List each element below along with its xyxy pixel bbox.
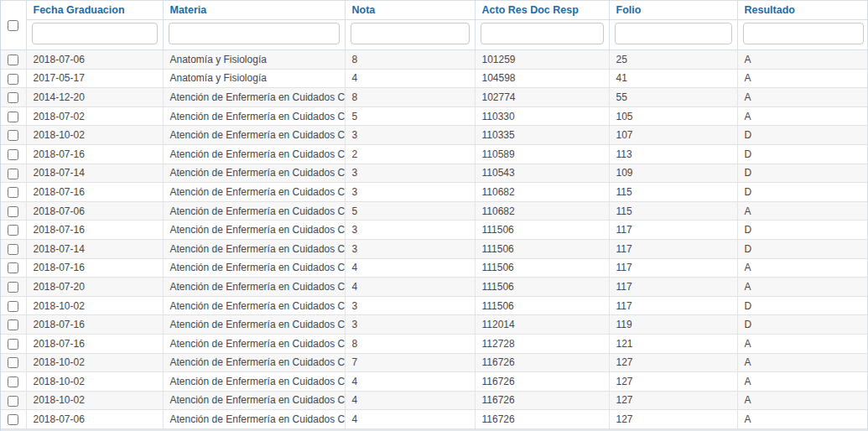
row-checkbox[interactable] [8, 357, 18, 368]
cell-fecha: 2018-10-02 [26, 391, 163, 410]
cell-folio: 127 [609, 372, 737, 392]
row-checkbox[interactable] [8, 282, 18, 293]
cell-materia: Atención de Enfermería en Cuidados Críti… [163, 239, 345, 258]
row-checkbox-cell [1, 410, 26, 429]
row-checkbox[interactable] [8, 206, 18, 217]
row-checkbox[interactable] [8, 92, 18, 103]
filter-cell-acto [475, 20, 609, 50]
cell-folio: 127 [609, 410, 737, 429]
cell-acto: 110543 [475, 164, 609, 183]
cell-resultado: A [737, 278, 868, 297]
cell-materia: Atención de Enfermería en Cuidados Críti… [163, 353, 345, 372]
row-checkbox-cell [1, 106, 26, 126]
cell-folio: 117 [609, 296, 737, 315]
cell-folio: 119 [609, 315, 737, 335]
cell-materia: Atención de Enfermería en Cuidados Críti… [163, 296, 345, 315]
cell-folio: 113 [609, 144, 737, 164]
column-header-acto-res-doc-resp[interactable]: Acto Res Doc Resp [475, 1, 609, 20]
row-checkbox[interactable] [8, 262, 18, 273]
row-checkbox[interactable] [8, 244, 18, 255]
row-checkbox[interactable] [8, 169, 18, 179]
cell-acto: 111506 [475, 296, 609, 315]
table-row: 2018-07-20Atención de Enfermería en Cuid… [1, 278, 868, 297]
column-header-resultado[interactable]: Resultado [737, 1, 868, 20]
column-header-folio[interactable]: Folio [609, 1, 737, 20]
cell-acto: 111506 [475, 278, 609, 297]
row-checkbox[interactable] [8, 396, 18, 407]
cell-folio: 105 [609, 106, 737, 126]
table-body: 2018-07-06Anatomía y Fisiología810125925… [1, 50, 868, 429]
table-row: 2018-10-02Atención de Enfermería en Cuid… [1, 391, 868, 410]
filter-input-nota[interactable] [351, 23, 470, 44]
cell-nota: 3 [345, 296, 475, 315]
cell-fecha: 2018-10-02 [26, 353, 163, 372]
filter-cell-resultado [737, 20, 868, 50]
table-row: 2018-07-14Atención de Enfermería en Cuid… [1, 239, 868, 258]
cell-resultado: D [737, 183, 868, 202]
row-checkbox-cell [1, 69, 26, 88]
row-checkbox-cell [1, 144, 26, 164]
cell-fecha: 2018-07-16 [26, 221, 163, 240]
row-checkbox-cell [1, 88, 26, 107]
results-table: Fecha Graduacion Materia Nota Acto Res D… [1, 1, 868, 429]
cell-acto: 116726 [475, 353, 609, 372]
select-all-checkbox[interactable] [8, 20, 18, 31]
cell-nota: 3 [345, 315, 475, 335]
filter-input-acto-res-doc-resp[interactable] [481, 23, 604, 44]
cell-resultado: D [737, 315, 868, 335]
row-checkbox[interactable] [8, 149, 18, 160]
row-checkbox[interactable] [8, 414, 18, 425]
cell-nota: 3 [345, 239, 475, 258]
cell-nota: 4 [345, 372, 475, 392]
cell-folio: 117 [609, 278, 737, 297]
filter-input-materia[interactable] [169, 23, 340, 44]
cell-nota: 7 [345, 353, 475, 372]
row-checkbox[interactable] [8, 319, 18, 330]
filter-input-fecha-graduacion[interactable] [32, 23, 158, 44]
row-checkbox[interactable] [8, 187, 18, 198]
row-checkbox[interactable] [8, 301, 18, 312]
filter-input-resultado[interactable] [743, 23, 864, 44]
column-header-nota[interactable]: Nota [345, 1, 475, 20]
cell-acto: 111506 [475, 239, 609, 258]
cell-fecha: 2018-07-06 [26, 410, 163, 429]
row-checkbox[interactable] [8, 74, 18, 85]
column-header-fecha-graduacion[interactable]: Fecha Graduacion [26, 1, 163, 20]
row-checkbox[interactable] [8, 376, 18, 387]
cell-nota: 5 [345, 106, 475, 126]
cell-resultado: A [737, 201, 868, 221]
cell-fecha: 2018-07-02 [26, 106, 163, 126]
cell-materia: Anatomía y Fisiología [163, 69, 345, 88]
table-row: 2018-07-02Atención de Enfermería en Cuid… [1, 106, 868, 126]
row-checkbox[interactable] [8, 112, 18, 122]
cell-nota: 8 [345, 50, 475, 70]
table-row: 2018-07-16Atención de Enfermería en Cuid… [1, 221, 868, 240]
table-row: 2018-07-06Anatomía y Fisiología810125925… [1, 50, 868, 70]
table-row: 2018-07-06Atención de Enfermería en Cuid… [1, 201, 868, 221]
cell-resultado: D [737, 296, 868, 315]
cell-resultado: A [737, 106, 868, 126]
table-row: 2018-07-16Atención de Enfermería en Cuid… [1, 258, 868, 278]
row-checkbox-cell [1, 278, 26, 297]
row-checkbox-cell [1, 391, 26, 410]
row-checkbox[interactable] [8, 130, 18, 141]
cell-acto: 111506 [475, 258, 609, 278]
row-checkbox-cell [1, 183, 26, 202]
filter-input-folio[interactable] [615, 23, 732, 44]
column-header-materia[interactable]: Materia [163, 1, 345, 20]
filter-cell-folio [609, 20, 737, 50]
cell-folio: 121 [609, 334, 737, 353]
cell-fecha: 2014-12-20 [26, 88, 163, 107]
cell-resultado: A [737, 69, 868, 88]
row-checkbox[interactable] [8, 339, 18, 350]
row-checkbox[interactable] [8, 225, 18, 236]
cell-materia: Atención de Enfermería en Cuidados Críti… [163, 315, 345, 335]
cell-acto: 110335 [475, 126, 609, 145]
row-checkbox-cell [1, 296, 26, 315]
table-row: 2018-07-16Atención de Enfermería en Cuid… [1, 183, 868, 202]
cell-fecha: 2018-07-06 [26, 50, 163, 70]
table-row: 2018-07-16Atención de Enfermería en Cuid… [1, 334, 868, 353]
cell-nota: 8 [345, 334, 475, 353]
cell-acto: 110682 [475, 183, 609, 202]
row-checkbox[interactable] [8, 55, 18, 65]
